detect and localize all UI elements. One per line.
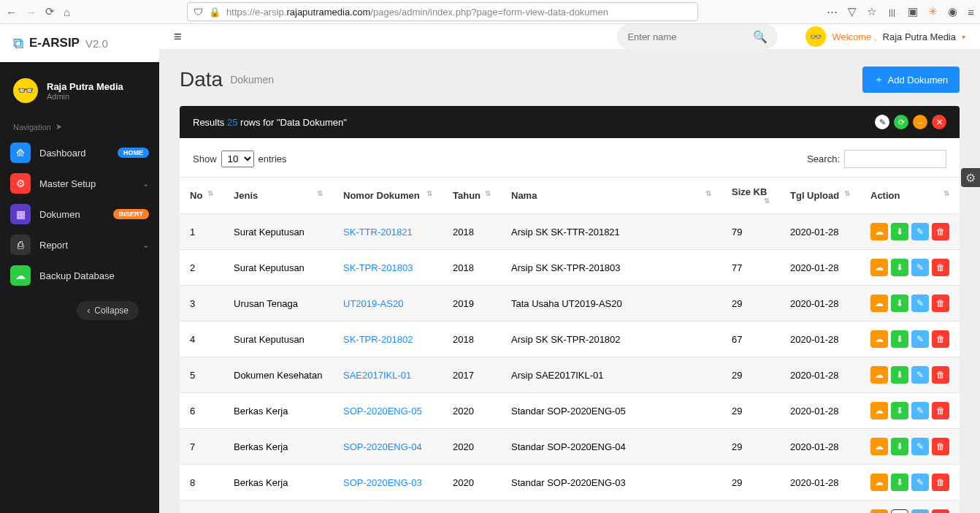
document-link[interactable]: SAE2017IKL-01	[343, 370, 411, 381]
account-icon[interactable]: ◉	[948, 5, 957, 18]
edit-icon[interactable]: ✎	[911, 294, 929, 312]
browser-toolbar: ← → ⟳ ⌂ 🛡 🔒 https://e-arsip.rajaputramed…	[0, 0, 980, 24]
sort-icon: ⇅	[943, 190, 949, 197]
download-icon[interactable]: ⬇	[891, 259, 908, 276]
delete-icon[interactable]: 🗑	[932, 294, 949, 312]
download-icon[interactable]: ⬇	[891, 402, 908, 419]
edit-icon[interactable]: ✎	[911, 402, 929, 419]
nav-icon: ⚙	[10, 173, 31, 194]
delete-icon[interactable]: 🗑	[932, 259, 949, 276]
menu-icon[interactable]: ≡	[968, 6, 974, 18]
upload-icon[interactable]: ☁	[870, 294, 888, 312]
column-header[interactable]: Tahun⇅	[443, 178, 501, 214]
delete-icon[interactable]: 🗑	[932, 474, 949, 491]
library-icon[interactable]: ⫼	[887, 6, 897, 18]
download-icon[interactable]: ⬇	[891, 509, 908, 513]
cell-nama: Arsip SK SK-TPR-201802	[501, 322, 721, 357]
table-row: 8 Berkas Kerja SOP-2020ENG-03 2020 Stand…	[180, 465, 960, 501]
reader-icon[interactable]: ▽	[848, 5, 857, 18]
bookmark-icon[interactable]: ☆	[867, 5, 876, 18]
download-icon[interactable]: ⬇	[891, 438, 908, 455]
document-link[interactable]: SK-TTR-201821	[343, 227, 413, 238]
avatar: 👓	[13, 78, 38, 103]
more-icon[interactable]: ⋯	[827, 5, 838, 18]
table-row: 5 Dokumen Kesehatan SAE2017IKL-01 2017 A…	[180, 357, 960, 393]
add-dokumen-button[interactable]: ＋ Add Dokumen	[862, 66, 960, 93]
download-icon[interactable]: ⬇	[891, 474, 908, 491]
column-header[interactable]: Action⇅	[860, 178, 960, 214]
panel-edit-icon[interactable]: ✎	[875, 115, 889, 129]
document-link[interactable]: SOP-2020ENG-03	[343, 477, 422, 488]
search-input[interactable]	[627, 31, 753, 42]
edit-icon[interactable]: ✎	[911, 509, 929, 513]
sort-icon: ⇅	[485, 190, 491, 197]
delete-icon[interactable]: 🗑	[932, 223, 949, 240]
upload-icon[interactable]: ☁	[870, 330, 888, 348]
column-header[interactable]: Jenis⇅	[223, 178, 333, 214]
forward-button[interactable]: →	[26, 6, 37, 18]
upload-icon[interactable]: ☁	[870, 402, 888, 419]
search-icon[interactable]: 🔍	[753, 30, 767, 44]
document-link[interactable]: UT2019-AS20	[343, 298, 403, 309]
cell-size: 29	[721, 286, 780, 322]
download-icon[interactable]: ⬇	[891, 223, 908, 240]
upload-icon[interactable]: ☁	[870, 223, 888, 240]
column-header[interactable]: Size KB⇅	[721, 178, 780, 214]
edit-icon[interactable]: ✎	[911, 438, 929, 455]
sidebar-item-master-setup[interactable]: ⚙ Master Setup ⌄	[0, 168, 159, 199]
sidebar-item-dokumen[interactable]: ▦ Dokumen INSERT	[0, 199, 159, 229]
settings-gear-icon[interactable]: ⚙	[961, 168, 980, 187]
sidebar-item-backup-database[interactable]: ☁ Backup Database	[0, 260, 159, 291]
download-icon[interactable]: ⬇	[891, 330, 908, 348]
edit-icon[interactable]: ✎	[911, 223, 929, 240]
upload-icon[interactable]: ☁	[870, 438, 888, 455]
extension-icon[interactable]: ✳	[928, 5, 938, 18]
user-role: Admin	[47, 92, 123, 101]
collapse-button[interactable]: ‹ Collapse	[77, 301, 139, 320]
page-size-select[interactable]: 10	[221, 151, 254, 167]
sidebar-icon[interactable]: ▣	[908, 5, 918, 18]
upload-icon[interactable]: ☁	[870, 259, 888, 276]
cell-nama: Standar SOP-2020ENG-02	[501, 501, 721, 514]
download-icon[interactable]: ⬇	[891, 366, 908, 384]
column-header[interactable]: No⇅	[180, 178, 223, 214]
document-link[interactable]: SOP-2020ENG-05	[343, 406, 422, 417]
delete-icon[interactable]: 🗑	[932, 330, 949, 348]
upload-icon[interactable]: ☁	[870, 474, 888, 491]
column-header[interactable]: Nama⇅	[501, 178, 721, 214]
column-header[interactable]: Tgl Upload⇅	[780, 178, 860, 214]
cell-no: 6	[180, 393, 223, 429]
sidebar-item-dashboard[interactable]: ⟰ Dashboard HOME	[0, 137, 159, 168]
edit-icon[interactable]: ✎	[911, 330, 929, 348]
document-link[interactable]: SK-TPR-201802	[343, 334, 413, 345]
upload-icon[interactable]: ☁	[870, 509, 888, 513]
topbar-search[interactable]: 🔍	[617, 24, 778, 49]
home-button[interactable]: ⌂	[64, 6, 70, 18]
sort-icon: ⇅	[844, 190, 850, 197]
panel-close-icon[interactable]: ✕	[932, 115, 946, 129]
delete-icon[interactable]: 🗑	[932, 366, 949, 384]
panel-refresh-icon[interactable]: ⟳	[894, 115, 908, 129]
upload-icon[interactable]: ☁	[870, 366, 888, 384]
plus-icon: ＋	[874, 73, 884, 86]
edit-icon[interactable]: ✎	[911, 259, 929, 276]
delete-icon[interactable]: 🗑	[932, 509, 949, 513]
edit-icon[interactable]: ✎	[911, 474, 929, 491]
address-bar[interactable]: 🛡 🔒 https://e-arsip.rajaputramedia.com/p…	[187, 2, 698, 21]
cell-jenis: Berkas Kerja	[223, 501, 333, 514]
column-header[interactable]: Nomor Dokumen⇅	[333, 178, 443, 214]
hamburger-icon[interactable]: ≡	[174, 29, 182, 45]
download-icon[interactable]: ⬇	[891, 294, 908, 312]
table-search-input[interactable]	[844, 150, 946, 168]
document-link[interactable]: SK-TPR-201803	[343, 262, 413, 273]
page-header: Data Dokumen ＋ Add Dokumen	[180, 66, 960, 93]
edit-icon[interactable]: ✎	[911, 366, 929, 384]
delete-icon[interactable]: 🗑	[932, 402, 949, 419]
sidebar-item-report[interactable]: ⎙ Report ⌄	[0, 229, 159, 260]
back-button[interactable]: ←	[6, 6, 17, 18]
reload-button[interactable]: ⟳	[45, 5, 55, 18]
delete-icon[interactable]: 🗑	[932, 438, 949, 455]
panel-minimize-icon[interactable]: –	[913, 115, 927, 129]
topbar-user[interactable]: 👓 Welcome , Raja Putra Media ▾	[805, 26, 965, 47]
document-link[interactable]: SOP-2020ENG-04	[343, 441, 422, 452]
